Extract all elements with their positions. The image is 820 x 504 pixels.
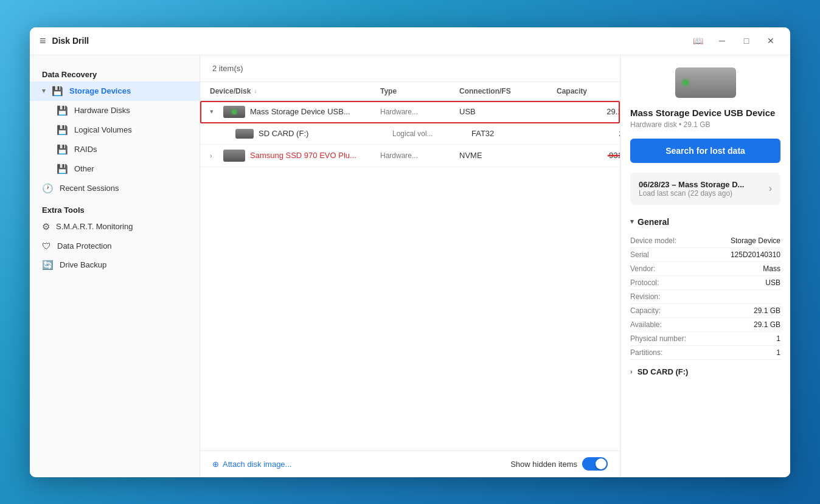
general-header[interactable]: ▾ General bbox=[630, 217, 780, 227]
session-card[interactable]: 06/28/23 – Mass Storage D... Load last s… bbox=[630, 173, 780, 205]
detail-row: Capacity: 29.1 GB bbox=[630, 304, 780, 318]
hdd-icon: 💾 bbox=[52, 86, 63, 97]
sidebar-item-drive-backup[interactable]: 🔄 Drive Backup bbox=[30, 255, 200, 275]
device-connection: NVME bbox=[459, 151, 557, 160]
close-button[interactable]: ✕ bbox=[761, 32, 780, 49]
recent-sessions-label: Recent Sessions bbox=[60, 184, 119, 193]
sidebar-item-smart-monitoring[interactable]: ⚙ S.M.A.R.T. Monitoring bbox=[30, 217, 200, 236]
detail-label: Revision: bbox=[630, 292, 660, 301]
detail-row: Device model: Storage Device bbox=[630, 234, 780, 248]
table-row[interactable]: › Samsung SSD 970 EVO Plu... Hardware...… bbox=[200, 145, 620, 167]
expand-icon: › bbox=[210, 152, 218, 159]
general-section: ▾ General Device model: Storage Device S… bbox=[630, 217, 780, 360]
detail-value: 29.1 GB bbox=[754, 306, 780, 315]
drive-icon bbox=[223, 150, 245, 162]
data-recovery-heading: Data Recovery bbox=[30, 65, 200, 81]
app-window: ≡ Disk Drill 📖 ─ □ ✕ Data Recovery ▾ 💾 S… bbox=[30, 27, 790, 477]
search-lost-data-button[interactable]: Search for lost data bbox=[630, 139, 780, 163]
detail-label: Device model: bbox=[630, 236, 676, 245]
general-chevron-icon: ▾ bbox=[630, 218, 634, 226]
sidebar: Data Recovery ▾ 💾 Storage Devices 💾 Hard… bbox=[30, 55, 200, 477]
sidebar-item-storage-devices[interactable]: ▾ 💾 Storage Devices bbox=[30, 81, 200, 101]
session-title: 06/28/23 – Mass Storage D... bbox=[639, 180, 744, 189]
detail-value: 125D20140310 bbox=[731, 250, 780, 259]
hamburger-icon[interactable]: ≡ bbox=[40, 35, 46, 47]
book-icon[interactable]: 📖 bbox=[688, 32, 707, 49]
chevron-down-icon: ▾ bbox=[42, 87, 46, 95]
attach-disk-button[interactable]: ⊕ Attach disk image... bbox=[212, 460, 291, 469]
drive-backup-label: Drive Backup bbox=[60, 260, 106, 269]
detail-value: 1 bbox=[776, 334, 780, 343]
sidebar-item-logical-volumes[interactable]: 💾 Logical Volumes bbox=[30, 120, 200, 140]
col-capacity: Capacity bbox=[557, 87, 620, 95]
device-name: Samsung SSD 970 EVO Plu... bbox=[250, 151, 356, 160]
session-arrow-icon: › bbox=[769, 183, 772, 194]
device-type: Hardware... bbox=[380, 151, 459, 160]
title-bar-controls: 📖 ─ □ ✕ bbox=[688, 32, 780, 49]
minimize-button[interactable]: ─ bbox=[712, 32, 732, 49]
sd-card-section[interactable]: › SD CARD (F:) bbox=[630, 360, 780, 376]
panel-device-sub: Hardware disk • 29.1 GB bbox=[630, 120, 780, 129]
detail-row: Revision: bbox=[630, 290, 780, 304]
sidebar-item-other[interactable]: 💾 Other bbox=[30, 159, 200, 179]
general-label: General bbox=[638, 217, 669, 227]
detail-value: 29.1 GB bbox=[754, 320, 780, 329]
detail-value: 1 bbox=[776, 348, 780, 357]
hdd-icon: 💾 bbox=[57, 105, 68, 116]
detail-value: Storage Device bbox=[731, 236, 780, 245]
device-capacity: 29.1 GB bbox=[557, 107, 620, 116]
data-protection-label: Data Protection bbox=[57, 241, 112, 250]
device-capacity: 931 GB bbox=[557, 151, 620, 160]
hdd-icon: 💾 bbox=[57, 125, 68, 136]
maximize-button[interactable]: □ bbox=[737, 32, 756, 49]
col-connection: Connection/FS bbox=[459, 87, 557, 95]
sd-chevron-icon: › bbox=[630, 368, 633, 375]
detail-value: Mass bbox=[763, 264, 780, 273]
title-bar: ≡ Disk Drill 📖 ─ □ ✕ bbox=[30, 27, 790, 55]
toggle-knob bbox=[596, 458, 606, 469]
device-name: Mass Storage Device USB... bbox=[250, 107, 350, 116]
device-name: SD CARD (F:) bbox=[259, 129, 308, 138]
extra-tools-heading: Extra Tools bbox=[30, 198, 200, 217]
detail-label: Available: bbox=[630, 320, 662, 329]
drive-icon bbox=[223, 106, 245, 118]
storage-devices-label: Storage Devices bbox=[69, 86, 131, 95]
sidebar-item-hardware-disks[interactable]: 💾 Hardware Disks bbox=[30, 101, 200, 120]
hidden-items-toggle[interactable] bbox=[582, 457, 608, 471]
sidebar-item-recent-sessions[interactable]: 🕐 Recent Sessions bbox=[30, 179, 200, 198]
shield-icon: 🛡 bbox=[42, 241, 51, 251]
right-panel: Mass Storage Device USB Device Hardware … bbox=[620, 55, 790, 477]
detail-label: Protocol: bbox=[630, 278, 659, 287]
device-preview bbox=[630, 67, 780, 98]
hdd-icon: 💾 bbox=[57, 164, 68, 174]
panel-device-name: Mass Storage Device USB Device bbox=[630, 108, 780, 118]
content-header: 2 item(s) bbox=[200, 55, 620, 82]
title-bar-left: ≡ Disk Drill bbox=[40, 35, 688, 47]
other-label: Other bbox=[74, 164, 94, 173]
items-count: 2 item(s) bbox=[212, 64, 243, 73]
detail-label: Serial bbox=[630, 250, 649, 259]
show-hidden-items: Show hidden items bbox=[510, 457, 608, 471]
detail-row: Serial 125D20140310 bbox=[630, 248, 780, 262]
device-cell: ▾ Mass Storage Device USB... bbox=[210, 106, 380, 118]
table-row[interactable]: ▾ Mass Storage Device USB... Hardware...… bbox=[200, 101, 620, 123]
detail-row: Available: 29.1 GB bbox=[630, 318, 780, 332]
main-layout: Data Recovery ▾ 💾 Storage Devices 💾 Hard… bbox=[30, 55, 790, 477]
device-cell: SD CARD (F:) bbox=[222, 129, 392, 139]
settings-icon: ⚙ bbox=[42, 221, 50, 232]
device-type: Logical vol... bbox=[392, 129, 471, 138]
device-connection: USB bbox=[459, 107, 557, 116]
expand-icon: ▾ bbox=[210, 108, 218, 116]
sidebar-item-data-protection[interactable]: 🛡 Data Protection bbox=[30, 236, 200, 255]
device-image bbox=[675, 67, 736, 98]
raids-label: RAIDs bbox=[74, 145, 97, 154]
device-type: Hardware... bbox=[380, 108, 459, 116]
sidebar-item-raids[interactable]: 💾 RAIDs bbox=[30, 140, 200, 159]
logical-volumes-label: Logical Volumes bbox=[74, 125, 132, 134]
detail-row: Vendor: Mass bbox=[630, 262, 780, 276]
device-capacity: 29.1 GB bbox=[569, 129, 620, 138]
sort-icon: ↓ bbox=[254, 88, 257, 94]
circle-plus-icon: ⊕ bbox=[212, 460, 219, 469]
table-row[interactable]: SD CARD (F:) Logical vol... FAT32 29.1 G… bbox=[200, 123, 620, 145]
session-info: 06/28/23 – Mass Storage D... Load last s… bbox=[639, 180, 744, 198]
